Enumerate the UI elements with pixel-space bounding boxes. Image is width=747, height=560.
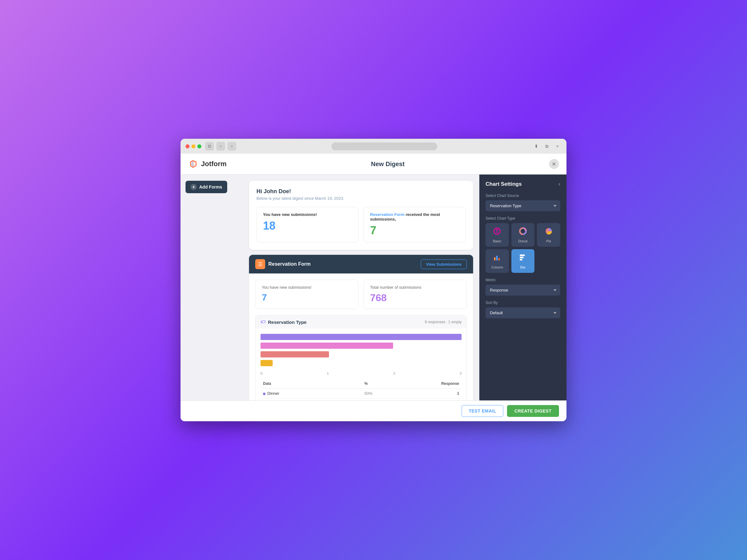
bottom-bar: TEST EMAIL CREATE DIGEST [181, 400, 566, 421]
type-label: Select Chart Type [486, 216, 560, 220]
main-content: Hi John Doe! Below is your latest digest… [243, 175, 479, 400]
top-form-count: 7 [370, 224, 459, 237]
jotform-logo-icon [188, 159, 199, 169]
url-input[interactable]: jotform.com/digest-emails [332, 142, 437, 150]
new-submissions-box: You have new submissions! 18 [256, 207, 359, 242]
page-title: New Digest [371, 161, 405, 168]
form-icon: ☰ [255, 259, 265, 269]
chart-section: 🏷 Reservation Type 6 responses · 1 empty… [255, 315, 467, 400]
close-button[interactable]: ✕ [549, 159, 559, 169]
view-submissions-button[interactable]: View Submissions [421, 260, 467, 269]
create-digest-button[interactable]: CREATE DIGEST [507, 405, 559, 417]
back-button[interactable]: ‹ [216, 142, 225, 151]
test-email-button[interactable]: TEST EMAIL [462, 405, 503, 417]
svg-rect-12 [520, 257, 523, 258]
share-icon[interactable]: ⬆ [532, 142, 540, 150]
table-row: Dinner 50% 3 [260, 389, 462, 399]
chart-type-label-pie: Pie [546, 239, 551, 243]
chart-meta: 6 responses · 1 empty [425, 320, 462, 324]
minimize-dot[interactable] [191, 144, 196, 149]
new-tab-icon[interactable]: ＋ [553, 142, 562, 150]
browser-actions: ⬆ ⧉ ＋ [532, 142, 562, 150]
svg-rect-11 [520, 255, 525, 256]
cell-pct: 50% [362, 389, 398, 399]
logo-text: Jotform [201, 160, 227, 168]
chart-title-area: 🏷 Reservation Type [260, 319, 307, 325]
form-new-count: 7 [262, 292, 352, 303]
chart-table: Data % Response Dinner 50% 3 VIP/Mezzani… [260, 379, 462, 400]
form-name: Reservation Form [268, 261, 311, 267]
panel-title: Chart Settings [486, 181, 522, 187]
metric-label: Metric [486, 278, 560, 282]
app-header: Jotform New Digest ✕ [181, 154, 566, 175]
sidebar: + Add Forms [181, 175, 243, 400]
form-section-title: ☰ Reservation Form [255, 259, 311, 269]
bar-chart-icon [518, 253, 527, 264]
sort-select[interactable]: Default [486, 308, 560, 318]
axis-label: 3 [460, 371, 462, 375]
form-total-label: Total number of submissions [370, 285, 460, 290]
col-header-data: Data [260, 379, 362, 389]
overview-stats-row: You have new submissions! 18 Reservation… [256, 207, 466, 242]
chart-type-label-column: Column [491, 265, 503, 269]
address-bar: jotform.com/digest-emails [240, 142, 529, 150]
top-form-label: Reservation Form received the most submi… [370, 212, 459, 221]
new-submissions-count: 18 [263, 219, 352, 232]
chart-type-pie[interactable]: Pie [537, 223, 560, 247]
form-section: ☰ Reservation Form View Submissions You … [249, 255, 473, 400]
plus-icon: + [190, 184, 197, 190]
forward-button[interactable]: › [228, 142, 236, 151]
sidebar-toggle[interactable]: ⊡ [205, 142, 214, 151]
axis-label: 2 [393, 371, 395, 375]
basic-chart-icon [493, 227, 501, 237]
browser-nav: ⊡ ‹ › [205, 142, 236, 151]
svg-rect-10 [498, 258, 500, 260]
bar-chart [260, 334, 462, 367]
chart-type-bar[interactable]: Bar [511, 249, 535, 273]
close-dot[interactable] [185, 144, 189, 149]
svg-rect-8 [494, 257, 495, 260]
form-section-header: ☰ Reservation Form View Submissions [249, 255, 473, 273]
chart-type-grid: Basic Donut Pie Column Bar [486, 223, 560, 273]
col-header-pct: % [362, 379, 398, 389]
tag-icon: 🏷 [260, 319, 265, 325]
svg-point-6 [521, 230, 524, 233]
svg-rect-4 [496, 231, 498, 233]
form-total-count: 768 [370, 292, 460, 304]
chart-axis: 0123 [260, 371, 462, 379]
bar-row [260, 334, 462, 340]
chart-type-basic[interactable]: Basic [486, 223, 509, 247]
chart-type-label-bar: Bar [520, 265, 525, 269]
chart-type-donut[interactable]: Donut [511, 223, 535, 247]
pie-chart-icon [544, 227, 553, 237]
chart-type-label-basic: Basic [493, 239, 501, 243]
axis-label: 1 [327, 371, 329, 375]
browser-traffic-lights [185, 144, 201, 149]
cell-label: Dinner [260, 389, 362, 399]
cell-response: 3 [398, 389, 462, 399]
form-stats-row: You have new submissions! 7 Total number… [255, 280, 467, 309]
greeting-text: Hi John Doe! [256, 188, 466, 195]
source-label: Select Chart Source [486, 193, 560, 198]
bar-row [260, 351, 462, 358]
svg-point-3 [496, 229, 498, 231]
add-forms-button[interactable]: + Add Forms [185, 181, 227, 193]
chart-body: 0123 Data % Response [256, 328, 467, 400]
maximize-dot[interactable] [197, 144, 201, 149]
chart-source-select[interactable]: Reservation Type [486, 201, 560, 211]
form-total-submissions-box: Total number of submissions 768 [364, 280, 467, 309]
bar-row [260, 359, 462, 367]
chart-type-column[interactable]: Column [486, 249, 509, 273]
top-form-box: Reservation Form received the most submi… [364, 207, 466, 242]
donut-chart-icon [518, 227, 527, 237]
metric-select[interactable]: Response [486, 285, 560, 296]
form-new-label: You have new submissions! [262, 285, 352, 290]
sort-label: Sort By [486, 300, 560, 305]
panel-header: Chart Settings ‹ [486, 181, 560, 187]
digest-overview-card: Hi John Doe! Below is your latest digest… [249, 181, 473, 250]
column-chart-icon [493, 253, 501, 264]
new-submissions-label: You have new submissions! [263, 212, 352, 217]
panel-back-button[interactable]: ‹ [558, 181, 560, 187]
duplicate-icon[interactable]: ⧉ [543, 142, 551, 150]
bar-row [260, 342, 462, 349]
